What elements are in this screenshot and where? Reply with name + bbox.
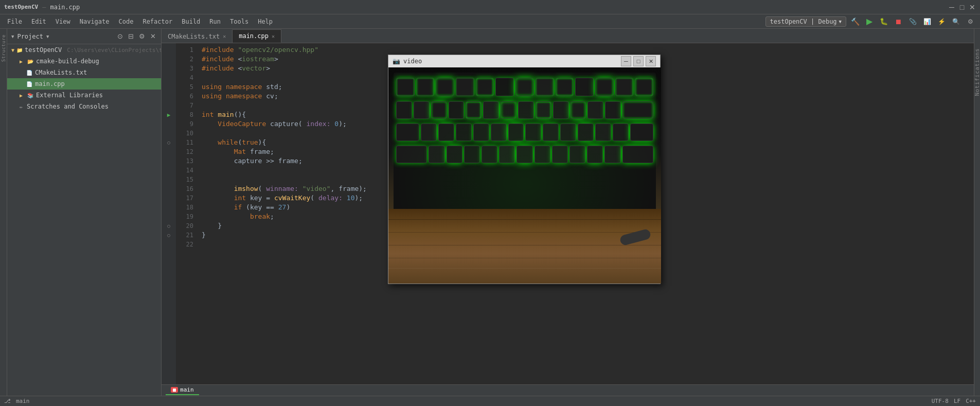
tab-cmakelists-label: CMakeLists.txt [168, 33, 220, 40]
profile-button[interactable]: ⚡ [936, 16, 947, 27]
tree-cmakelists[interactable]: 📄 CMakeLists.txt [7, 67, 161, 78]
key-4 [466, 101, 482, 119]
tree-cmakelists-label: CMakeLists.txt [35, 69, 87, 76]
gutter-2 [162, 55, 176, 64]
ext-folder-icon: 📚 [27, 92, 34, 99]
settings-button[interactable]: ⚙ [965, 16, 976, 27]
minimize-button[interactable]: ─ [948, 4, 955, 11]
tab-cmakelists-close[interactable]: ✕ [223, 33, 226, 39]
run-menu[interactable]: Run [206, 17, 224, 26]
debug-button[interactable]: 🐛 [878, 16, 889, 27]
gutter-14 [162, 166, 176, 175]
tab-maincpp-label: main.cpp [239, 32, 269, 40]
maximize-button[interactable]: □ [958, 4, 966, 11]
key-f2 [436, 78, 454, 96]
key-enter2 [622, 146, 653, 163]
folder-expand-icon: ▶ [17, 58, 25, 65]
run-config-label: testOpenCV | Debug [770, 18, 837, 25]
help-menu[interactable]: Help [255, 17, 276, 26]
view-menu[interactable]: View [52, 17, 74, 26]
refactor-menu[interactable]: Refactor [139, 17, 175, 26]
key-f5 [495, 78, 514, 96]
tree-ext-libs-label: External Libraries [36, 92, 103, 99]
gutter-5 [162, 82, 176, 92]
key-semicolon [587, 146, 603, 163]
gutter-17 [162, 193, 176, 203]
edit-menu[interactable]: Edit [28, 17, 49, 26]
structure-tab[interactable]: Structure [1, 33, 6, 64]
file-menu[interactable]: File [4, 17, 25, 26]
build-button[interactable]: 🔨 [849, 16, 861, 27]
key-f9 [575, 78, 594, 96]
key-rbracket [613, 123, 629, 141]
key-f1 [416, 78, 435, 96]
cv-maximize-button[interactable]: □ [633, 56, 644, 66]
close-button[interactable]: ✕ [969, 4, 976, 11]
gutter-18 [162, 203, 176, 212]
tree-root-label: testOpenCV [25, 46, 62, 54]
right-panel-label[interactable]: Notifications [973, 44, 980, 100]
gutter-21[interactable]: ○ [162, 231, 176, 240]
cv-close-button[interactable]: ✕ [646, 56, 656, 66]
tree-ext-libs[interactable]: ▶ 📚 External Libraries [7, 90, 161, 101]
gutter-20[interactable]: ○ [162, 221, 176, 231]
tree-maincpp[interactable]: 📄 main.cpp [7, 78, 161, 90]
bottom-tab-main[interactable]: ■ main [166, 385, 199, 395]
stop-button[interactable]: ⏹ [893, 16, 904, 27]
navigate-menu[interactable]: Navigate [77, 17, 113, 26]
key-tab [396, 123, 419, 141]
build-menu[interactable]: Build [179, 17, 203, 26]
cv-titlebar-controls: ─ □ ✕ [621, 56, 656, 66]
bottom-panel: ■ main [162, 384, 974, 396]
key-enter [630, 123, 653, 141]
tools-menu[interactable]: Tools [227, 17, 252, 26]
key-y [508, 123, 524, 141]
coverage-button[interactable]: 📊 [921, 16, 933, 27]
sidebar-close-button[interactable]: ✕ [149, 32, 157, 41]
run-bar-right: testOpenCV | Debug ▼ 🔨 ▶ 🐛 ⏹ 📎 📊 ⚡ 🔍 ⚙ [765, 16, 976, 27]
key-row-1 [396, 78, 653, 96]
cv-titlebar[interactable]: 📷 video ─ □ ✕ [388, 55, 660, 67]
wood-grain-4 [388, 258, 661, 258]
valgrind-button[interactable]: 🔍 [950, 16, 961, 27]
sidebar-locate-button[interactable]: ⊙ [116, 32, 124, 41]
run-config[interactable]: testOpenCV | Debug ▼ [765, 16, 846, 27]
cv-content [388, 67, 661, 284]
tree-root[interactable]: ▼ 📁 testOpenCV C:\Users\eve\CLionProject… [7, 44, 161, 56]
key-f12 [635, 78, 653, 96]
tree-cmake-build[interactable]: ▶ 📂 cmake-build-debug [7, 56, 161, 67]
status-right: UTF-8 LF C++ [932, 398, 976, 404]
key-l [569, 146, 585, 163]
sidebar-settings-button[interactable]: ⚙ [138, 32, 146, 41]
project-icon: 📁 [16, 46, 23, 54]
sidebar-header-icons: ⊙ ⊟ ⚙ ✕ [116, 32, 157, 41]
run-button[interactable]: ▶ [864, 16, 875, 27]
tab-cmakelists[interactable]: CMakeLists.txt ✕ [162, 29, 233, 43]
key-equals [605, 101, 621, 119]
key-tilde [396, 101, 412, 119]
key-p [578, 123, 594, 141]
dropdown-icon: ▼ [839, 19, 842, 24]
cv-minimize-button[interactable]: ─ [621, 56, 631, 66]
gutter-15 [162, 175, 176, 184]
tab-maincpp[interactable]: main.cpp ✕ [233, 29, 281, 43]
attach-button[interactable]: 📎 [907, 16, 918, 27]
key-f6 [515, 78, 534, 96]
key-u [525, 123, 541, 141]
gutter-12 [162, 147, 176, 156]
folder-icon: ▼ [11, 46, 14, 54]
key-1 [414, 101, 430, 119]
tab-maincpp-close[interactable]: ✕ [272, 33, 275, 39]
key-i [543, 123, 559, 141]
key-a [429, 146, 444, 163]
app-title: testOpenCV [4, 4, 38, 10]
tree-scratches[interactable]: ✏ Scratches and Consoles [7, 101, 161, 112]
key-minus [587, 101, 603, 119]
code-menu[interactable]: Code [116, 17, 137, 26]
bottom-tab-badge: ■ [171, 387, 178, 393]
key-h [516, 146, 532, 163]
gutter-8[interactable]: ▶ [162, 110, 176, 119]
gutter-11[interactable]: ○ [162, 138, 176, 147]
gutter-6 [162, 92, 176, 101]
sidebar-collapse-button[interactable]: ⊟ [127, 32, 135, 41]
